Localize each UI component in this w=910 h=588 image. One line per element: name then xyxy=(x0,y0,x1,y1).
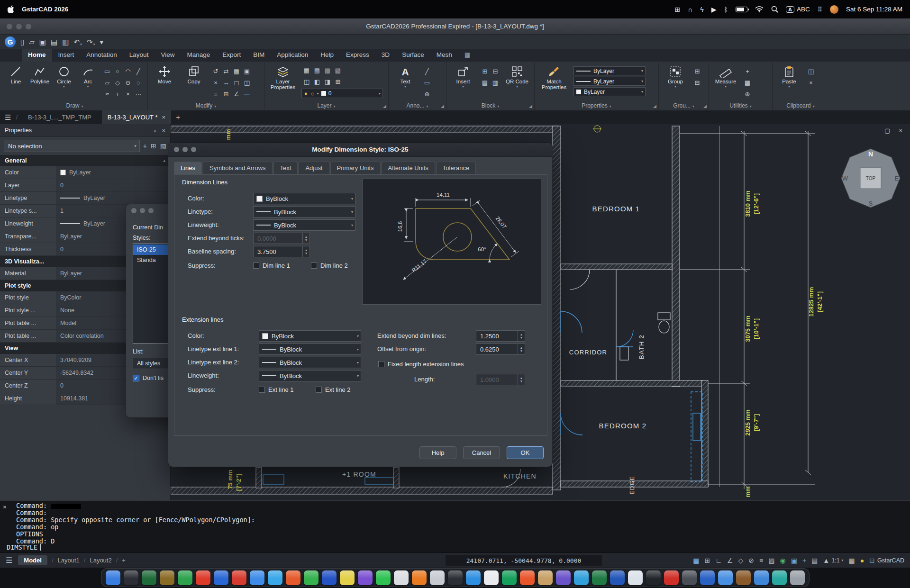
ribbon-tab-export[interactable]: Export xyxy=(216,49,247,62)
layer-tool-8-icon[interactable]: ⊞ xyxy=(336,78,341,85)
ribbon-tab-home[interactable]: Home xyxy=(22,49,52,62)
dialog-tab-adjust[interactable]: Adjust xyxy=(299,162,329,174)
dock-app-13[interactable] xyxy=(322,570,337,585)
block-tool-1-icon[interactable]: ⊞ xyxy=(482,68,488,75)
mdi-maximize-icon[interactable]: ▢ xyxy=(884,127,890,134)
new-document-button[interactable]: + xyxy=(176,113,180,122)
screen-mirroring-icon[interactable]: ⊞ xyxy=(675,6,681,13)
help-button[interactable]: Help xyxy=(419,446,456,459)
new-file-icon[interactable]: ▯ xyxy=(20,38,24,46)
dock-app-38[interactable] xyxy=(772,570,787,585)
draw-tool-8-icon[interactable]: ◌ xyxy=(136,79,140,86)
dock-app-27[interactable] xyxy=(574,570,589,585)
chevron-down-icon[interactable]: ▾ xyxy=(357,347,359,352)
dock-app-12[interactable] xyxy=(304,570,318,585)
baseline-spacing-input[interactable]: 3.7500 ▲▼ xyxy=(253,246,310,257)
selection-cycling-icon[interactable]: ◉ xyxy=(780,557,785,564)
ribbon-tab-surface[interactable]: Surface xyxy=(396,49,430,62)
dock-app-11[interactable] xyxy=(286,570,300,585)
lineweight-display-icon[interactable]: ≡ xyxy=(759,557,763,564)
dialog-tab-symbols-and-arrows[interactable]: Symbols and Arrows xyxy=(203,162,273,174)
ext-lineweight-select[interactable]: ByBlock ▾ xyxy=(259,370,361,381)
compass-south[interactable]: S xyxy=(869,200,873,207)
layer-tool-2-icon[interactable]: ▤ xyxy=(314,67,320,74)
modify-tool-2-icon[interactable]: ⇄ xyxy=(224,68,229,75)
clipboard-panel-label[interactable]: Clipboard▾ xyxy=(773,102,828,109)
modify-tool-11-icon[interactable]: ∠ xyxy=(234,90,239,98)
utility-tool-2-icon[interactable]: ▦ xyxy=(745,79,750,86)
chevron-down-icon[interactable]: ▾ xyxy=(462,85,464,88)
dialog-tab-tolerance[interactable]: Tolerance xyxy=(436,162,476,174)
fixed-length-checkbox[interactable]: Fixed length extension lines xyxy=(378,361,464,368)
dialog-tab-primary-units[interactable]: Primary Units xyxy=(330,162,381,174)
group-tool-1-icon[interactable]: ⊞ xyxy=(695,68,700,75)
checkbox-box[interactable] xyxy=(311,262,317,269)
ribbon-tab-view[interactable]: View xyxy=(155,49,181,62)
extend-beyond-ticks-input[interactable]: 0.0000 ▲▼ xyxy=(253,233,310,244)
close-window-icon[interactable] xyxy=(7,24,12,29)
copy-button[interactable]: Copy xyxy=(181,64,207,84)
utility-tool-1-icon[interactable]: + xyxy=(746,68,749,75)
compass-west[interactable]: W xyxy=(842,175,848,182)
ribbon-tab-insert[interactable]: Insert xyxy=(52,49,81,62)
polar-tracking-icon[interactable]: ∠ xyxy=(727,557,733,564)
minimize-window-icon[interactable] xyxy=(182,147,188,152)
status-menu-icon[interactable]: ☰ xyxy=(6,556,12,565)
ext-line-1-checkbox[interactable]: Ext line 1 xyxy=(259,386,293,393)
close-window-icon[interactable] xyxy=(131,208,136,213)
panel-launcher-icon[interactable]: ◢ xyxy=(383,104,386,109)
chevron-down-icon[interactable]: ▾ xyxy=(80,42,82,46)
panel-launcher-icon[interactable]: ◢ xyxy=(529,104,532,109)
object-lineweight-select[interactable]: ByLayer▾ xyxy=(573,66,646,75)
draw-tool-2-icon[interactable]: ○ xyxy=(116,68,119,75)
print-icon[interactable]: ▥ xyxy=(62,38,69,46)
clipboard-tool-1-icon[interactable]: ◫ xyxy=(808,68,814,75)
spinner-arrows[interactable]: ▲▼ xyxy=(518,374,525,385)
battery-icon[interactable] xyxy=(736,7,747,12)
layer-tool-3-icon[interactable]: ▥ xyxy=(325,67,330,74)
insert-block-button[interactable]: Insert ▾ xyxy=(450,64,476,88)
draw-tool-5-icon[interactable]: ▱ xyxy=(105,79,109,86)
dock-app-22[interactable] xyxy=(484,570,499,585)
circle-button[interactable]: Circle ▾ xyxy=(54,64,74,88)
polyline-button[interactable]: Polyline xyxy=(30,64,50,84)
dock-app-3[interactable] xyxy=(142,570,156,585)
mdi-minimize-icon[interactable]: – xyxy=(873,127,876,134)
dock-app-30[interactable] xyxy=(628,570,643,585)
dim-line-2-checkbox[interactable]: Dim line 2 xyxy=(311,262,348,269)
panel-launcher-icon[interactable]: ◢ xyxy=(703,104,707,109)
draw-tool-6-icon[interactable]: ◇ xyxy=(115,79,120,86)
annotation-tool-3-icon[interactable]: ⊕ xyxy=(425,90,430,98)
apple-logo-icon[interactable] xyxy=(8,5,14,13)
cancel-button[interactable]: Cancel xyxy=(463,446,500,459)
hardware-acceleration-icon[interactable]: ● xyxy=(860,557,864,564)
ribbon-tab-layout[interactable]: Layout xyxy=(123,49,155,62)
dock-app-7[interactable] xyxy=(214,570,228,585)
palette-close-icon[interactable]: × xyxy=(162,127,165,134)
grid-display-icon[interactable]: ▦ xyxy=(693,557,699,564)
dock-app-1[interactable] xyxy=(106,570,120,585)
annotation-monitor-icon[interactable]: ▣ xyxy=(791,557,797,564)
select-objects-icon[interactable]: ▧ xyxy=(160,142,166,150)
dynamic-input-icon[interactable]: + xyxy=(802,557,806,564)
draw-tool-10-icon[interactable]: + xyxy=(116,90,119,98)
dock-app-2[interactable] xyxy=(124,570,138,585)
modify-tool-6-icon[interactable]: ↔ xyxy=(223,79,229,86)
spotlight-search-icon[interactable] xyxy=(771,6,778,13)
modify-tool-4-icon[interactable]: ▣ xyxy=(244,68,250,75)
utilities-panel-label[interactable]: Utilities▾ xyxy=(709,102,772,109)
modify-panel-label[interactable]: Modify▾ xyxy=(148,102,264,109)
document-tab-2[interactable]: B-13-3_LAYOUT *× xyxy=(102,110,171,124)
doc-menu-icon[interactable]: ☰ xyxy=(5,113,11,122)
compass-top-label[interactable]: TOP xyxy=(866,176,876,181)
transparency-icon[interactable]: ▨ xyxy=(768,557,774,564)
menubar-app-name[interactable]: GstarCAD 2026 xyxy=(22,6,68,13)
measure-button[interactable]: Measure ▾ xyxy=(713,64,738,88)
headphones-icon[interactable]: ∩ xyxy=(688,6,692,13)
checkbox-box[interactable] xyxy=(316,387,322,393)
length-input[interactable]: 1.0000 ▲▼ xyxy=(476,374,525,385)
zoom-window-icon[interactable] xyxy=(191,147,196,152)
ribbon-tab-bim[interactable]: BIM xyxy=(247,49,271,62)
dock-app-33[interactable] xyxy=(682,570,697,585)
chevron-down-icon[interactable]: ▾ xyxy=(351,223,353,227)
